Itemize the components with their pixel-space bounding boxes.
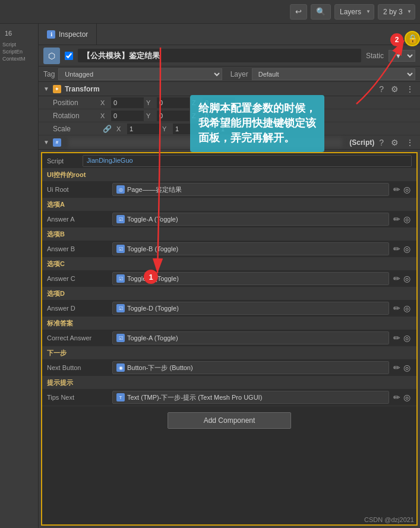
- script-field-section-0: UI控件的rootUi Root◎Page——鉴定结果✏◎: [42, 169, 416, 198]
- static-dropdown[interactable]: ▼: [389, 50, 415, 62]
- field-value-7[interactable]: TText (TMP)-下一步-提示 (Text Mesh Pro UGUI): [112, 391, 389, 404]
- field-edit-btn-0[interactable]: ✏: [391, 185, 402, 194]
- field-circle-btn-2[interactable]: ◎: [402, 244, 412, 254]
- inspector-tab[interactable]: ℹ Inspector: [39, 24, 97, 45]
- script-field-section-label-7: 提示提示: [42, 377, 416, 389]
- field-circle-btn-4[interactable]: ◎: [402, 303, 412, 313]
- field-value-text-1: Toggle-A (Toggle): [127, 216, 385, 223]
- field-edit-btn-5[interactable]: ✏: [391, 333, 402, 343]
- script-blurred-name: [68, 138, 342, 147]
- component-name-field[interactable]: [78, 49, 361, 62]
- component-header: ⬡ Static ▼: [39, 45, 420, 67]
- layers-dropdown-wrap: Layers: [334, 4, 374, 20]
- field-label-5: Correct Answer: [47, 334, 112, 342]
- transform-arrow-icon[interactable]: ▼: [43, 86, 49, 92]
- field-circle-btn-7[interactable]: ◎: [402, 393, 412, 402]
- script-hash-icon: #: [53, 138, 61, 147]
- scale-link-icon: 🔗: [103, 125, 112, 133]
- field-circle-btn-1[interactable]: ◎: [402, 214, 412, 224]
- layer-label: Layer: [230, 70, 248, 78]
- left-scriptenv-label: ScriptEn: [2, 49, 36, 55]
- field-circle-btn-0[interactable]: ◎: [402, 185, 412, 194]
- script-field-section-5: 标准答案Correct Answer☑Toggle-A (Toggle)✏◎: [42, 317, 416, 347]
- script-field-section-label-0: UI控件的root: [42, 169, 416, 181]
- script-field-section-label-5: 标准答案: [42, 317, 416, 330]
- pos-z-input[interactable]: [203, 97, 235, 108]
- field-value-icon-0: ◎: [116, 185, 125, 194]
- field-edit-btn-3[interactable]: ✏: [391, 274, 402, 283]
- scale-xyz: 🔗 X Y Z: [100, 124, 415, 134]
- rot-x-input[interactable]: [111, 110, 144, 121]
- pos-y-input[interactable]: [157, 97, 190, 108]
- layer-dropdown[interactable]: Default: [252, 68, 415, 80]
- script-section-header: ▼ # (Script) ? ⚙ ⋮: [39, 135, 420, 150]
- field-edit-btn-4[interactable]: ✏: [391, 303, 402, 313]
- watermark: CSDN @dzj2021: [364, 516, 414, 523]
- field-circle-btn-6[interactable]: ◎: [402, 363, 412, 372]
- script-help-btn[interactable]: ?: [378, 138, 385, 147]
- left-context-label: ContextM: [2, 56, 36, 62]
- rotation-row: Rotation X Y Z: [39, 109, 420, 122]
- scale-y-input[interactable]: [173, 124, 206, 134]
- scale-z-input[interactable]: [219, 124, 251, 134]
- transform-help-btn[interactable]: ?: [378, 84, 385, 94]
- field-label-0: Ui Root: [47, 186, 112, 193]
- script-field-row-1: Answer A☑Toggle-A (Toggle)✏◎: [42, 211, 416, 227]
- scale-y-label: Y: [162, 125, 170, 132]
- field-value-0[interactable]: ◎Page——鉴定结果: [112, 183, 389, 196]
- script-field-section-2: 选项BAnswer B☑Toggle-B (Toggle)✏◎: [42, 228, 416, 258]
- inspector-panel: ℹ Inspector ⬡ Static ▼ Tag Untagged Laye…: [39, 24, 420, 528]
- script-field-section-4: 选项DAnswer D☑Toggle-D (Toggle)✏◎: [42, 287, 416, 317]
- script-field-value[interactable]: JianDingJieGuo: [83, 155, 412, 167]
- scale-x-input[interactable]: [127, 124, 160, 134]
- inspector-tab-icon: ℹ: [47, 30, 55, 39]
- position-label: Position: [53, 99, 100, 107]
- rot-z-input[interactable]: [203, 110, 235, 121]
- script-fields-container: UI控件的rootUi Root◎Page——鉴定结果✏◎选项AAnswer A…: [42, 169, 416, 406]
- rotation-label: Rotation: [53, 112, 100, 120]
- left-script-label: Script: [2, 42, 36, 48]
- field-edit-btn-7[interactable]: ✏: [391, 393, 402, 402]
- script-field-section-label-1: 选项A: [42, 198, 416, 211]
- field-value-4[interactable]: ☑Toggle-D (Toggle): [112, 302, 389, 315]
- script-name-row: Script JianDingJieGuo: [42, 153, 416, 169]
- search-button[interactable]: 🔍: [311, 4, 331, 20]
- field-value-icon-7: T: [116, 393, 125, 401]
- field-label-6: Next Button: [47, 364, 112, 371]
- field-value-6[interactable]: ◉Button-下一步 (Button): [112, 361, 389, 374]
- layout-dropdown[interactable]: 2 by 3: [378, 4, 415, 20]
- script-field-row-4: Answer D☑Toggle-D (Toggle)✏◎: [42, 300, 416, 317]
- transform-menu-btn[interactable]: ⋮: [405, 84, 415, 94]
- add-component-button[interactable]: Add Component: [168, 412, 292, 429]
- left-panel-strip: 16 Script ScriptEn ContextM: [0, 24, 39, 528]
- field-value-2[interactable]: ☑Toggle-B (Toggle): [112, 242, 389, 255]
- field-edit-btn-1[interactable]: ✏: [391, 214, 402, 224]
- rotation-xyz: X Y Z: [100, 110, 415, 121]
- active-checkbox[interactable]: [65, 52, 73, 60]
- field-circle-btn-5[interactable]: ◎: [402, 333, 412, 343]
- field-circle-btn-3[interactable]: ◎: [402, 274, 412, 283]
- rot-y-input[interactable]: [157, 110, 190, 121]
- scale-z-label: Z: [208, 125, 216, 132]
- pos-z-label: Z: [192, 99, 200, 106]
- rot-x-label: X: [100, 112, 109, 119]
- field-edit-btn-2[interactable]: ✏: [391, 244, 402, 254]
- tag-dropdown[interactable]: Untagged: [58, 68, 222, 80]
- layers-dropdown[interactable]: Layers: [334, 4, 374, 20]
- position-row: Position X Y Z: [39, 96, 420, 109]
- script-field-section-7: 提示提示Tips NextTText (TMP)-下一步-提示 (Text Me…: [42, 377, 416, 406]
- scale-row: Scale 🔗 X Y Z: [39, 122, 420, 135]
- script-actions: ? ⚙ ⋮: [378, 138, 415, 147]
- top-toolbar: ↩ 🔍 Layers 2 by 3: [0, 0, 420, 24]
- script-arrow-icon[interactable]: ▼: [43, 139, 49, 146]
- lock-icon: 🔒: [408, 34, 418, 43]
- pos-x-input[interactable]: [111, 97, 144, 108]
- field-value-1[interactable]: ☑Toggle-A (Toggle): [112, 213, 389, 226]
- field-edit-btn-6[interactable]: ✏: [391, 363, 402, 372]
- history-button[interactable]: ↩: [290, 4, 307, 20]
- field-value-5[interactable]: ☑Toggle-A (Toggle): [112, 331, 389, 344]
- script-menu-btn[interactable]: ⋮: [405, 138, 415, 147]
- script-settings-btn[interactable]: ⚙: [390, 138, 400, 147]
- script-field-row-2: Answer B☑Toggle-B (Toggle)✏◎: [42, 241, 416, 257]
- transform-settings-btn[interactable]: ⚙: [390, 84, 400, 94]
